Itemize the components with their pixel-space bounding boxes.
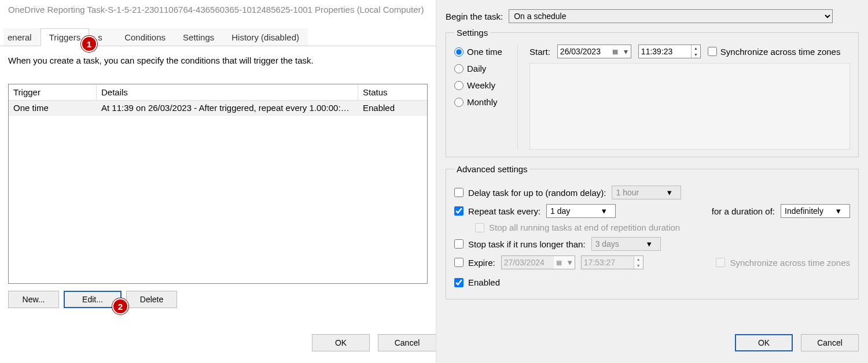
enabled-label: Enabled xyxy=(468,277,500,287)
sync-tz2-label: Synchronize across time zones xyxy=(730,258,850,268)
delay-check[interactable]: Delay task for up to (random delay): xyxy=(454,188,606,198)
duration-combo[interactable]: ▾ xyxy=(781,204,850,218)
radio-one-time-input[interactable] xyxy=(454,47,464,57)
stop-if-label: Stop task if it runs longer than: xyxy=(468,239,586,249)
window-title: OneDrive Reporting Task-S-1-5-21-2301106… xyxy=(0,0,436,17)
radio-weekly-input[interactable] xyxy=(454,81,464,90)
tab-description: When you create a task, you can specify … xyxy=(0,46,436,71)
expire-date-picker: ▦ ▾ xyxy=(501,255,575,269)
sync-tz2-check: Synchronize across time zones xyxy=(716,258,850,268)
stop-if-checkbox[interactable] xyxy=(454,239,464,249)
tab-general[interactable]: eneral xyxy=(3,28,41,46)
begin-task-label: Begin the task: xyxy=(446,12,503,21)
schedule-radio-group: One time Daily Weekly Monthly xyxy=(454,45,518,150)
stop-if-combo: ▾ xyxy=(591,237,661,251)
stop-if-value xyxy=(592,238,644,250)
col-trigger[interactable]: Trigger xyxy=(9,84,97,100)
radio-monthly-input[interactable] xyxy=(454,98,464,107)
triggers-table[interactable]: Trigger Details Status One time At 11:39… xyxy=(8,84,428,284)
delete-button[interactable]: Delete xyxy=(126,291,177,308)
start-date-picker[interactable]: ▦ ▾ xyxy=(557,45,631,58)
expire-time-input xyxy=(582,256,634,269)
expire-check[interactable]: Expire: xyxy=(454,258,495,268)
radio-one-time[interactable]: One time xyxy=(454,47,517,57)
tab-settings[interactable]: Settings xyxy=(174,28,223,46)
settings-fieldset: Settings One time Daily Weekly xyxy=(446,28,859,157)
advanced-fieldset: Advanced settings Delay task for up to (… xyxy=(446,164,859,299)
begin-task-row: Begin the task: On a schedule xyxy=(446,9,859,23)
radio-one-time-label: One time xyxy=(467,47,502,57)
trigger-buttons-row: New... Edit... Delete xyxy=(0,284,436,315)
time-spinner[interactable]: ▲▼ xyxy=(691,45,700,58)
col-details[interactable]: Details xyxy=(97,84,358,100)
start-label: Start: xyxy=(529,47,550,57)
start-date-input[interactable] xyxy=(558,45,610,58)
begin-task-select[interactable]: On a schedule xyxy=(509,9,833,23)
expire-date-input xyxy=(502,256,554,269)
chevron-down-icon[interactable]: ▾ xyxy=(599,206,609,216)
chevron-down-icon: ▾ xyxy=(565,257,575,268)
stop-all-label: Stop all running tasks at end of repetit… xyxy=(489,223,680,232)
tab-strip: eneral Triggers s Conditions Settings Hi… xyxy=(0,28,436,46)
edit-trigger-window: Begin the task: On a schedule Settings O… xyxy=(436,0,868,363)
tab-conditions[interactable]: Conditions xyxy=(116,28,174,46)
dialog-footer-left: OK Cancel xyxy=(312,334,436,351)
start-time-picker[interactable]: ▲▼ xyxy=(638,45,701,58)
radio-daily[interactable]: Daily xyxy=(454,64,517,73)
cell-trigger: One time xyxy=(9,101,97,115)
table-header-row: Trigger Details Status xyxy=(9,84,427,101)
col-status[interactable]: Status xyxy=(358,84,427,100)
delay-checkbox[interactable] xyxy=(454,188,464,197)
duration-label: for a duration of: xyxy=(712,206,775,216)
stop-all-checkbox xyxy=(475,223,484,232)
schedule-detail-panel xyxy=(529,63,850,150)
radio-weekly[interactable]: Weekly xyxy=(454,80,517,90)
stop-all-check: Stop all running tasks at end of repetit… xyxy=(475,223,680,232)
settings-legend: Settings xyxy=(454,28,490,38)
enabled-checkbox[interactable] xyxy=(454,278,464,287)
cancel-button-left[interactable]: Cancel xyxy=(378,334,436,351)
radio-daily-label: Daily xyxy=(467,64,486,73)
repeat-check[interactable]: Repeat task every: xyxy=(454,206,540,216)
chevron-down-icon[interactable]: ▾ xyxy=(621,47,631,56)
radio-daily-input[interactable] xyxy=(454,64,464,73)
sync-tz-check[interactable]: Synchronize across time zones xyxy=(708,47,841,57)
advanced-legend: Advanced settings xyxy=(454,164,530,174)
radio-weekly-label: Weekly xyxy=(467,80,495,90)
expire-checkbox[interactable] xyxy=(454,258,464,267)
calendar-icon[interactable]: ▦ xyxy=(610,46,620,57)
repeat-value[interactable] xyxy=(547,205,599,217)
chevron-down-icon: ▾ xyxy=(664,187,675,198)
cancel-button-right[interactable]: Cancel xyxy=(801,334,859,351)
chevron-down-icon[interactable]: ▾ xyxy=(833,206,844,216)
duration-value[interactable] xyxy=(781,205,833,217)
sync-tz-label: Synchronize across time zones xyxy=(720,47,841,57)
repeat-label: Repeat task every: xyxy=(468,206,540,216)
ok-button-left[interactable]: OK xyxy=(312,334,370,351)
radio-monthly-label: Monthly xyxy=(467,97,498,107)
sync-tz2-checkbox xyxy=(716,258,725,267)
dialog-footer-right: OK Cancel xyxy=(735,334,859,351)
new-button[interactable]: New... xyxy=(8,291,59,308)
stop-if-check[interactable]: Stop task if it runs longer than: xyxy=(454,239,586,249)
task-properties-window: OneDrive Reporting Task-S-1-5-21-2301106… xyxy=(0,0,436,363)
repeat-combo[interactable]: ▾ xyxy=(546,204,616,218)
ok-button-right[interactable]: OK xyxy=(735,334,793,351)
radio-monthly[interactable]: Monthly xyxy=(454,97,517,107)
table-row[interactable]: One time At 11:39 on 26/03/2023 - After … xyxy=(9,101,427,116)
sync-tz-checkbox[interactable] xyxy=(708,47,717,56)
cell-details: At 11:39 on 26/03/2023 - After triggered… xyxy=(97,101,358,115)
chevron-down-icon: ▾ xyxy=(644,239,654,249)
start-time-input[interactable] xyxy=(639,45,691,58)
annotation-badge-2: 2 xyxy=(112,298,128,314)
enabled-check[interactable]: Enabled xyxy=(454,277,500,287)
delay-combo: ▾ xyxy=(612,186,681,199)
calendar-icon: ▦ xyxy=(554,257,564,268)
delay-label: Delay task for up to (random delay): xyxy=(468,188,606,198)
expire-time-picker: ▲▼ xyxy=(581,255,643,269)
tab-history[interactable]: History (disabled) xyxy=(223,28,308,46)
annotation-badge-1: 1 xyxy=(81,36,97,52)
time-spinner: ▲▼ xyxy=(634,256,643,269)
delay-value xyxy=(612,186,664,199)
repeat-checkbox[interactable] xyxy=(454,206,464,216)
